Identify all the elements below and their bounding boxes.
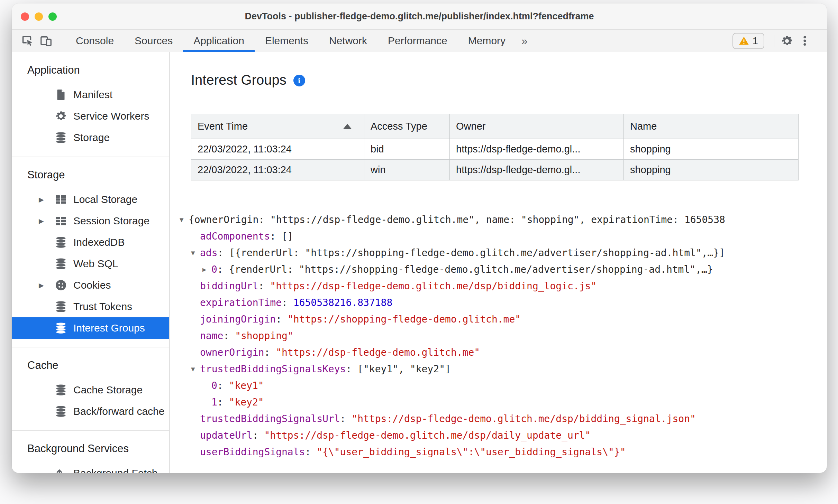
table-icon	[55, 193, 67, 206]
close-button[interactable]	[21, 12, 29, 21]
tab-memory[interactable]: Memory	[458, 30, 516, 52]
expand-arrow-icon[interactable]: ▶	[39, 218, 55, 224]
tree-key: trustedBiddingSignalsKeys	[200, 363, 346, 375]
name-cell[interactable]: shopping	[624, 160, 799, 180]
sidebar-item-interest-groups[interactable]: Interest Groups	[12, 317, 169, 339]
tree-line[interactable]: ▼ads: [{renderUrl: "https://shopping-fle…	[180, 245, 827, 261]
tab-sources[interactable]: Sources	[124, 30, 183, 52]
database-icon	[55, 300, 67, 313]
tree-preview-text: :	[264, 347, 276, 358]
interest-group-json-tree: ▼{ownerOrigin: "https://dsp-fledge-demo.…	[180, 212, 827, 460]
tree-line[interactable]: biddingUrl: "https://dsp-fledge-demo.gli…	[180, 278, 827, 295]
sort-ascending-icon	[343, 124, 352, 129]
sidebar-item-service-workers[interactable]: Service Workers	[12, 105, 169, 127]
cookie-icon	[55, 279, 67, 291]
sidebar-section-background-services: Background ServicesBackground Fetch	[12, 431, 169, 473]
tab-elements[interactable]: Elements	[255, 30, 319, 52]
sidebar-item-session-storage[interactable]: ▶Session Storage	[12, 210, 169, 232]
disclosure-down-icon[interactable]: ▼	[180, 212, 189, 228]
tree-key: 0	[211, 380, 217, 391]
sidebar-item-cache-storage[interactable]: Cache Storage	[12, 379, 169, 401]
column-header-name[interactable]: Name	[624, 114, 799, 139]
table-header-row: Event TimeAccess TypeOwnerName	[191, 114, 799, 139]
tree-line[interactable]: trustedBiddingSignalsUrl: "https://dsp-f…	[180, 411, 827, 427]
inspect-cursor-icon	[21, 35, 34, 47]
sidebar-item-indexeddb[interactable]: IndexedDB	[12, 232, 169, 253]
more-tabs-button[interactable]: »	[516, 30, 533, 52]
tree-line[interactable]: updateUrl: "https://dsp-fledge-demo.glit…	[180, 427, 827, 444]
tree-line[interactable]: 0: "key1"	[180, 377, 827, 394]
tree-line[interactable]: expirationTime: 1650538216.837188	[180, 295, 827, 311]
traffic-lights	[21, 12, 57, 21]
sidebar-item-storage[interactable]: Storage	[12, 127, 169, 148]
table-row[interactable]: 22/03/2022, 11:03:24bidhttps://dsp-fledg…	[191, 139, 799, 160]
tree-string-value: "key1"	[229, 380, 264, 391]
disclosure-down-icon[interactable]: ▼	[191, 361, 200, 377]
tree-line[interactable]: ▼trustedBiddingSignalsKeys: ["key1", "ke…	[180, 361, 827, 377]
sidebar-item-local-storage[interactable]: ▶Local Storage	[12, 189, 169, 210]
event-time-cell[interactable]: 22/03/2022, 11:03:24	[191, 160, 364, 180]
tab-application[interactable]: Application	[183, 30, 255, 52]
sidebar-section-title: Background Services	[12, 439, 169, 458]
tree-preview-text: :	[253, 430, 264, 441]
sidebar-item-label: Back/forward cache	[73, 405, 164, 417]
expand-arrow-icon[interactable]: ▶	[39, 282, 55, 289]
devtools-window: DevTools - publisher-fledge-demo.glitch.…	[12, 3, 827, 473]
tree-line[interactable]: userBiddingSignals: "{\"user_bidding_sig…	[180, 444, 827, 460]
table-row[interactable]: 22/03/2022, 11:03:24winhttps://dsp-fledg…	[191, 160, 799, 180]
column-header-access-type[interactable]: Access Type	[364, 114, 450, 139]
device-toolbar-button[interactable]	[37, 30, 55, 52]
sidebar-item-label: Manifest	[73, 89, 112, 101]
sidebar-item-trust-tokens[interactable]: Trust Tokens	[12, 296, 169, 317]
column-header-owner[interactable]: Owner	[450, 114, 624, 139]
tree-line[interactable]: ▶0: {renderUrl: "https://shopping-fledge…	[180, 261, 827, 278]
expand-arrow-icon[interactable]: ▶	[39, 196, 55, 203]
tree-line[interactable]: adComponents: []	[180, 228, 827, 245]
database-icon	[55, 236, 67, 249]
tree-preview-text: :	[282, 297, 293, 308]
name-cell[interactable]: shopping	[624, 139, 799, 160]
column-header-event-time[interactable]: Event Time	[191, 114, 364, 139]
tree-line[interactable]: name: "shopping"	[180, 328, 827, 344]
disclosure-right-icon[interactable]: ▶	[202, 261, 211, 278]
access-type-cell[interactable]: bid	[364, 139, 450, 160]
zoom-button[interactable]	[48, 12, 57, 21]
tab-performance[interactable]: Performance	[377, 30, 458, 52]
sidebar-item-manifest[interactable]: Manifest	[12, 84, 169, 105]
main-menu-button[interactable]	[796, 35, 814, 47]
tree-string-value: "https://shopping-fledge-demo.glitch.me"	[288, 314, 521, 325]
tree-key: expirationTime	[200, 297, 282, 308]
disclosure-down-icon[interactable]: ▼	[191, 245, 200, 261]
tree-line[interactable]: ▼{ownerOrigin: "https://dsp-fledge-demo.…	[180, 212, 827, 228]
tree-preview-text: :	[223, 330, 235, 342]
tree-key: 1	[211, 396, 217, 408]
device-toolbar-icon	[40, 35, 52, 47]
owner-cell[interactable]: https://dsp-fledge-demo.gl...	[450, 160, 624, 180]
tree-line[interactable]: joiningOrigin: "https://shopping-fledge-…	[180, 311, 827, 328]
event-time-cell[interactable]: 22/03/2022, 11:03:24	[191, 139, 364, 160]
sidebar-item-label: Service Workers	[73, 110, 149, 122]
gear-icon	[781, 35, 793, 47]
sidebar-item-back-forward-cache[interactable]: Back/forward cache	[12, 401, 169, 422]
tab-network[interactable]: Network	[319, 30, 377, 52]
issues-warning-badge[interactable]: 1	[732, 33, 764, 49]
info-icon[interactable]: i	[293, 75, 305, 86]
sidebar-item-background-fetch[interactable]: Background Fetch	[12, 463, 169, 473]
sidebar-item-label: Cookies	[73, 279, 111, 291]
sidebar-item-cookies[interactable]: ▶Cookies	[12, 274, 169, 296]
panel-tabs: ConsoleSourcesApplicationElementsNetwork…	[65, 30, 516, 52]
minimize-button[interactable]	[35, 12, 43, 21]
tab-console[interactable]: Console	[65, 30, 124, 52]
settings-button[interactable]	[778, 35, 796, 47]
sidebar-section-title: Application	[12, 60, 169, 80]
tree-line[interactable]: 1: "key2"	[180, 394, 827, 411]
tree-key: 0	[211, 264, 217, 275]
sidebar-item-label: Session Storage	[73, 215, 149, 227]
owner-cell[interactable]: https://dsp-fledge-demo.gl...	[450, 139, 624, 160]
tree-key: trustedBiddingSignalsUrl	[200, 413, 340, 424]
tree-preview-text: : []	[270, 231, 293, 242]
access-type-cell[interactable]: win	[364, 160, 450, 180]
tree-line[interactable]: ownerOrigin: "https://dsp-fledge-demo.gl…	[180, 344, 827, 361]
inspect-element-button[interactable]	[18, 30, 37, 52]
sidebar-item-web-sql[interactable]: Web SQL	[12, 253, 169, 274]
